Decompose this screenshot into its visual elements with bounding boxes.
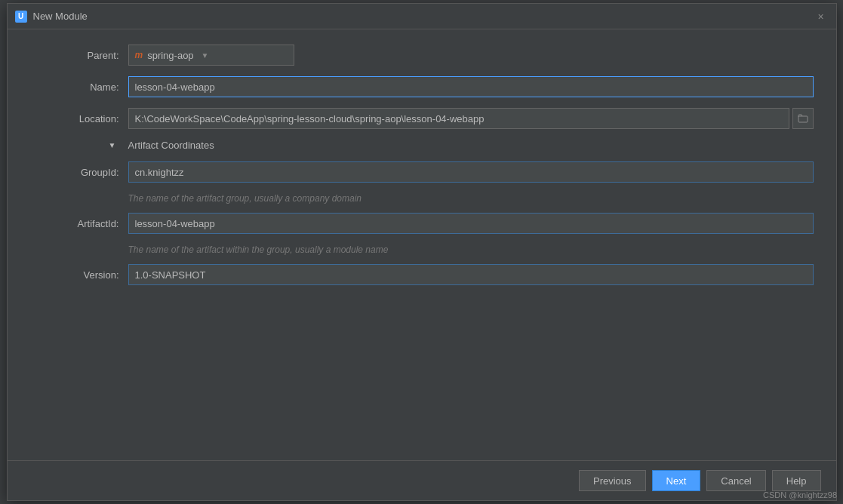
artifact-section-header: ▼ Artifact Coordinates [30,140,814,151]
name-input[interactable] [128,76,814,97]
maven-icon: m [135,50,143,60]
groupid-control [128,161,814,183]
section-header-left: ▼ [30,141,128,149]
folder-icon [798,113,808,124]
dialog-icon: U [15,11,27,23]
version-control [128,264,814,285]
location-control [128,108,814,129]
artifactid-hint: The name of the artifact within the grou… [128,244,814,255]
browse-button[interactable] [792,108,814,129]
artifactid-row: ArtifactId: [30,213,814,234]
svg-rect-0 [798,116,808,122]
parent-dropdown[interactable]: m spring-aop ▼ [128,45,294,66]
artifact-section-title: Artifact Coordinates [128,140,214,151]
groupid-hint: The name of the artifact group, usually … [128,193,814,204]
name-label: Name: [30,81,128,93]
location-row: Location: [30,108,814,129]
groupid-label: GroupId: [30,167,128,178]
dialog-body: Parent: m spring-aop ▼ Name: Location: [8,29,836,460]
parent-control: m spring-aop ▼ [128,45,814,66]
watermark: CSDN @knightzz98 [763,490,837,499]
parent-dropdown-value: spring-aop [147,50,193,61]
close-button[interactable]: × [814,9,829,24]
name-control [128,76,814,97]
artifactid-input[interactable] [128,213,814,234]
dialog-title: New Module [33,11,88,22]
artifactid-control [128,213,814,234]
artifactid-label: ArtifactId: [30,218,128,229]
location-wrap [128,108,814,129]
cancel-button[interactable]: Cancel [706,470,765,491]
collapse-arrow[interactable]: ▼ [109,141,116,149]
previous-button[interactable]: Previous [579,470,646,491]
groupid-row: GroupId: [30,161,814,183]
next-button[interactable]: Next [652,470,701,491]
version-row: Version: [30,264,814,285]
help-button[interactable]: Help [772,470,821,491]
name-row: Name: [30,76,814,97]
title-bar-left: U New Module [15,11,88,23]
version-input[interactable] [128,264,814,285]
parent-label: Parent: [30,50,128,61]
new-module-dialog: U New Module × Parent: m spring-aop ▼ Na… [7,3,837,501]
location-label: Location: [30,113,128,124]
dropdown-arrow: ▼ [202,51,209,60]
location-input[interactable] [128,108,789,129]
version-label: Version: [30,269,128,281]
title-bar: U New Module × [8,4,836,29]
groupid-input[interactable] [128,161,814,183]
parent-row: Parent: m spring-aop ▼ [30,45,814,66]
dialog-footer: Previous Next Cancel Help [8,460,836,500]
